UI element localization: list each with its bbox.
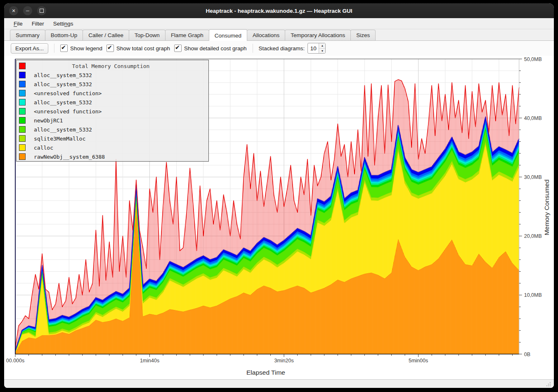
legend-swatch-icon <box>19 126 26 133</box>
legend-swatch-icon <box>19 81 26 87</box>
checkbox-row: Show legendShow total cost graphShow det… <box>60 45 247 52</box>
legend-swatch-icon <box>19 63 26 69</box>
checkbox-show-detailed-cost-graph[interactable]: Show detailed cost graph <box>174 45 247 52</box>
stacked-diagrams-control: Stacked diagrams: 10 ▲ ▼ <box>259 43 326 54</box>
spin-down-button[interactable]: ▼ <box>319 49 325 54</box>
legend-title-row: Total Memory Consumption <box>17 61 208 70</box>
x-axis-title: Elapsed Time <box>246 369 285 376</box>
y-tick-label: 40,0MB <box>524 115 542 121</box>
resize-grip-icon[interactable] <box>546 381 551 387</box>
checkbox-label: Show total cost graph <box>116 45 170 52</box>
legend-swatch-icon <box>19 90 26 96</box>
y-tick-label: 30,0MB <box>524 174 542 180</box>
legend-entry: alloc__system_5332 <box>17 98 208 107</box>
legend-entry: rawNewObj__system_6388 <box>17 152 208 161</box>
legend-entry: sqlite3MemMalloc <box>17 134 208 143</box>
minimize-button[interactable]: ─ <box>23 6 32 15</box>
legend-entry: alloc__system_5332 <box>17 70 208 80</box>
window-title: Heaptrack - heaptrack.wakunode.1.gz — He… <box>4 8 554 14</box>
chart-legend: Total Memory Consumptionalloc__system_53… <box>16 60 209 162</box>
tab-allocations[interactable]: Allocations <box>247 30 285 40</box>
legend-label: alloc__system_5332 <box>34 81 92 87</box>
toolbar-separator <box>54 44 54 53</box>
menu-item-file[interactable]: File <box>10 19 26 28</box>
spin-buttons: ▲ ▼ <box>319 43 325 53</box>
menu-bar: FileFilterSettings <box>4 18 554 29</box>
y-tick-label: 50,0MB <box>524 56 542 62</box>
maximize-icon <box>40 9 44 13</box>
legend-title: Total Memory Consumption <box>26 63 196 69</box>
checkbox-label: Show detailed cost graph <box>184 45 247 52</box>
checkbox-icon[interactable] <box>60 45 68 52</box>
legend-swatch-icon <box>19 72 26 78</box>
tab-bar: SummaryBottom-UpCaller / CalleeTop-DownF… <box>4 29 554 41</box>
tab-top-down[interactable]: Top-Down <box>129 30 166 40</box>
y-axis-title: Memory Consumed <box>543 179 550 235</box>
toolbar-separator <box>253 44 253 53</box>
legend-label: sqlite3MemMalloc <box>34 136 85 142</box>
close-button[interactable]: ✕ <box>9 6 18 15</box>
menu-item-settings[interactable]: Settings <box>50 19 77 28</box>
legend-entry: newObjRC1 <box>17 116 208 125</box>
legend-label: <unresolved function> <box>34 108 102 115</box>
legend-entry: alloc__system_5332 <box>17 80 208 89</box>
legend-entry: calloc <box>17 143 208 152</box>
menu-item-filter[interactable]: Filter <box>28 19 48 28</box>
checkbox-icon[interactable] <box>174 45 182 52</box>
x-tick-label: 3min20s <box>274 358 293 364</box>
stacked-diagrams-value: 10 <box>308 43 319 53</box>
app-window: ✕ ─ Heaptrack - heaptrack.wakunode.1.gz … <box>4 3 554 388</box>
checkbox-show-legend[interactable]: Show legend <box>60 45 102 52</box>
legend-label: alloc__system_5332 <box>34 72 92 78</box>
stacked-diagrams-spinbox[interactable]: 10 ▲ ▼ <box>307 43 326 54</box>
title-bar: ✕ ─ Heaptrack - heaptrack.wakunode.1.gz … <box>4 3 554 18</box>
checkbox-icon[interactable] <box>106 45 114 52</box>
tab-temporary-allocations[interactable]: Temporary Allocations <box>285 30 351 40</box>
consumed-chart-panel: 00.000s1min40s3min20s5min00s0B10,0MB20,0… <box>4 56 554 379</box>
spin-up-button[interactable]: ▲ <box>319 43 325 49</box>
legend-label: alloc__system_5332 <box>34 99 92 106</box>
maximize-button[interactable] <box>37 6 46 15</box>
export-as-button[interactable]: Export As... <box>11 43 48 54</box>
legend-label: calloc <box>34 145 53 151</box>
window-controls: ✕ ─ <box>9 6 46 15</box>
legend-swatch-icon <box>19 135 26 142</box>
stacked-diagrams-label: Stacked diagrams: <box>259 45 305 52</box>
y-tick-label: 10,0MB <box>524 292 542 298</box>
tab-flame-graph[interactable]: Flame Graph <box>165 30 209 40</box>
tab-sizes[interactable]: Sizes <box>350 30 376 40</box>
legend-swatch-icon <box>19 108 26 115</box>
tab-summary[interactable]: Summary <box>10 30 45 40</box>
y-tick-label: 20,0MB <box>524 233 542 239</box>
legend-swatch-icon <box>19 99 26 106</box>
legend-label: rawNewObj__system_6388 <box>34 154 105 160</box>
tab-consumed[interactable]: Consumed <box>209 29 247 41</box>
legend-entry: alloc__system_5332 <box>17 125 208 134</box>
x-tick-label: 00.000s <box>6 358 24 364</box>
status-bar <box>4 379 554 388</box>
legend-entry: <unresolved function> <box>17 107 208 116</box>
legend-entry: <unresolved function> <box>17 89 208 98</box>
x-tick-label: 1min40s <box>140 358 159 364</box>
legend-label: <unresolved function> <box>34 90 102 96</box>
checkbox-show-total-cost-graph[interactable]: Show total cost graph <box>106 45 170 52</box>
legend-swatch-icon <box>19 144 26 151</box>
legend-swatch-icon <box>19 153 26 160</box>
legend-label: newObjRC1 <box>34 117 63 124</box>
legend-label: alloc__system_5332 <box>34 127 92 133</box>
toolbar: Export As... Show legendShow total cost … <box>4 41 554 56</box>
tab-caller-callee[interactable]: Caller / Callee <box>83 30 129 40</box>
legend-swatch-icon <box>19 117 26 124</box>
tab-bottom-up[interactable]: Bottom-Up <box>45 30 83 40</box>
x-tick-label: 5min00s <box>409 358 428 364</box>
checkbox-label: Show legend <box>70 45 102 52</box>
y-tick-label: 0B <box>524 352 530 357</box>
